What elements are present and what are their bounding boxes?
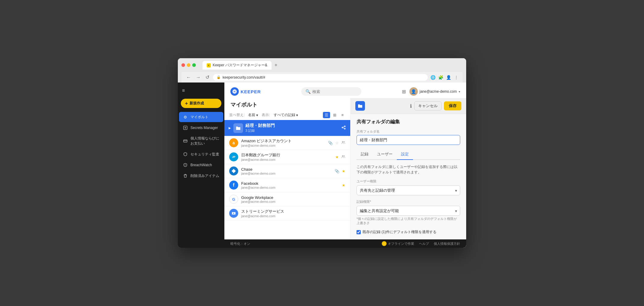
share-users-icon[interactable] (341, 154, 345, 160)
record-favicon (229, 166, 238, 176)
share-users-icon[interactable] (341, 140, 345, 146)
search-input[interactable] (312, 89, 348, 94)
browser-controls: K Keeper パスワードマネージャー& + (181, 61, 463, 70)
app-name: KEEPER (241, 89, 261, 94)
folder-name-input[interactable] (357, 135, 460, 145)
record-email: jane@acme-demo.com (241, 200, 342, 203)
record-list: a Amazon ビジネスアカウント jane@acme-demo.com 📎 … (224, 136, 350, 239)
star-icon[interactable]: ★ (335, 155, 339, 159)
help-link[interactable]: ヘルプ (419, 242, 429, 246)
sort-value[interactable]: 名前 ▾ (248, 112, 258, 118)
sidebar-item-security-audit[interactable]: セキュリティ監査 (179, 149, 223, 159)
user-permission-select[interactable]: 共有先と記録の管理 共有先のみ管理 記録のみ管理 閲覧のみ (357, 185, 460, 195)
vault-toolbar: 並べ替え: 名前 ▾ 表示: すべての記録 ▾ (224, 110, 350, 120)
save-button[interactable]: 保存 (444, 101, 461, 110)
detail-view-button[interactable]: ≡ (339, 112, 345, 118)
star-icon[interactable]: ★ (342, 169, 345, 173)
user-permission-select-wrapper: 共有先と記録の管理 共有先のみ管理 記録のみ管理 閲覧のみ (357, 185, 460, 195)
folder-name-label: 共有フォルダ名 (357, 129, 460, 134)
view-icons: ☰ ⊞ ≡ (323, 112, 345, 118)
offline-button[interactable]: ⚡ オフラインで作業 (382, 241, 414, 246)
tab-settings[interactable]: 設定 (397, 149, 413, 160)
app-footer: 暗号化：オン ⚡ オフラインで作業 ヘルプ 個人情報保護方針 (224, 239, 466, 248)
menu-icon[interactable]: ⋮ (454, 75, 459, 80)
url-text: keepersecurity.com/vault/# (223, 75, 265, 80)
folder-row[interactable]: ▶ 経理・財務部門 3 記録 (224, 120, 350, 136)
main-content: KEEPER 🔍 ⊞ 👤 jane@acme-demo.com ▾ (224, 82, 466, 248)
nav-forward-button[interactable]: → (195, 74, 202, 81)
sidebar-item-secrets-manager[interactable]: Secrets Manager (179, 123, 223, 133)
apply-existing-checkbox[interactable] (357, 230, 361, 234)
svg-line-9 (343, 127, 344, 127)
tab-favicon: K (207, 63, 211, 68)
app-header: KEEPER 🔍 ⊞ 👤 jane@acme-demo.com ▾ (224, 82, 466, 98)
star-icon[interactable]: ★ (342, 183, 345, 188)
sidebar-item-my-vault[interactable]: ⚙ マイボルト (179, 112, 223, 122)
tab-users[interactable]: ユーザー (373, 149, 397, 160)
record-email: jane@acme-demo.com (241, 144, 325, 147)
record-actions: ★ (342, 183, 345, 188)
info-icon[interactable]: ℹ (410, 103, 412, 109)
user-profile-icon[interactable]: 👤 (446, 75, 451, 80)
attachment-icon[interactable]: 📎 (328, 141, 333, 145)
hamburger-icon[interactable]: ≡ (178, 85, 224, 96)
table-row[interactable]: a Amazon ビジネスアカウント jane@acme-demo.com 📎 … (224, 136, 350, 150)
apply-existing-label: 既存の記録 (1)件にデフォルト権限を適用する (363, 230, 436, 235)
url-input[interactable]: 🔒 keepersecurity.com/vault/# (213, 74, 428, 81)
footer-right: ⚡ オフラインで作業 ヘルプ 個人情報保護方針 (382, 241, 460, 246)
user-permission-label: ユーザー権限 (357, 179, 460, 184)
search-bar[interactable]: 🔍 (301, 87, 361, 96)
record-info: Amazon ビジネスアカウント jane@acme-demo.com (241, 138, 325, 147)
record-permission-select[interactable]: 編集と共有設定が可能 編集のみ可能 閲覧のみ可能 (357, 206, 460, 216)
sidebar-item-personal-info[interactable]: 個人情報ならびにお支払い (179, 134, 223, 148)
translate-icon[interactable]: 🌐 (430, 75, 436, 80)
cancel-button[interactable]: キャンセル (414, 101, 442, 110)
table-row[interactable]: G Google Workplace jane@acme-demo.com (224, 192, 350, 206)
record-info: 日本郵政グループ銀行 jane@acme-demo.com (241, 152, 332, 161)
new-tab-button[interactable]: + (272, 61, 280, 70)
sidebar-item-breach-watch[interactable]: BreachWatch (179, 160, 223, 170)
header-right: ⊞ 👤 jane@acme-demo.com ▾ (402, 87, 460, 96)
sidebar-item-deleted[interactable]: 削除済みアイテム (179, 171, 223, 181)
close-button[interactable] (181, 63, 185, 67)
panel-actions: ℹ キャンセル 保存 (410, 101, 461, 110)
svg-point-7 (344, 126, 346, 127)
tab-records[interactable]: 記録 (357, 149, 373, 160)
svg-point-14 (344, 155, 345, 157)
extensions-icon[interactable]: 🧩 (438, 75, 443, 80)
maximize-button[interactable] (192, 63, 196, 67)
record-title: Google Workplace (241, 195, 342, 200)
table-row[interactable]: JP 日本郵政グループ銀行 jane@acme-demo.com ★ (224, 150, 350, 164)
svg-marker-15 (232, 169, 236, 173)
list-view-button[interactable]: ☰ (323, 112, 330, 118)
user-menu[interactable]: 👤 jane@acme-demo.com ▾ (409, 87, 460, 96)
sidebar-item-label: Secrets Manager (190, 126, 218, 130)
star-icon[interactable]: ☆ (335, 141, 339, 145)
folder-share-icon[interactable] (341, 125, 346, 131)
record-actions: 📎 ☆ (328, 140, 345, 146)
record-actions: ★ (335, 154, 345, 160)
privacy-link[interactable]: 個人情報保護方針 (434, 242, 460, 246)
address-bar: ← → ↺ 🔒 keepersecurity.com/vault/# 🌐 🧩 👤… (181, 72, 463, 82)
table-row[interactable]: Chase jane@acme-demo.com 📎 ★ (224, 164, 350, 178)
minimize-button[interactable] (187, 63, 190, 67)
plus-icon: + (185, 101, 188, 106)
folder-icon (233, 123, 243, 133)
filter-icon[interactable]: ⊞ (402, 89, 406, 94)
right-panel: ℹ キャンセル 保存 共有フォルダの編集 共有フォルダ名 記録 (351, 98, 466, 239)
record-permission-footnote: *個々の記録に設定した権限により共有フォルダのデフォルト権限が上書きさ (357, 217, 460, 225)
table-row[interactable]: f Facebook jane@acme-demo.com ★ (224, 178, 350, 192)
new-item-button[interactable]: + 新規作成 (181, 99, 221, 108)
nav-back-button[interactable]: ← (185, 74, 192, 81)
table-row[interactable]: ストリーミングサービス jane@acme-demo.com (224, 206, 350, 220)
record-info: Google Workplace jane@acme-demo.com (241, 195, 342, 203)
svg-point-6 (342, 127, 343, 128)
grid-view-button[interactable]: ⊞ (331, 112, 338, 118)
filter-value[interactable]: すべての記録 ▾ (274, 112, 298, 118)
browser-tab[interactable]: K Keeper パスワードマネージャー& (202, 61, 272, 70)
nav-refresh-button[interactable]: ↺ (204, 74, 211, 81)
record-info: Chase jane@acme-demo.com (241, 167, 332, 175)
record-email: jane@acme-demo.com (241, 214, 342, 218)
attachment-icon[interactable]: 📎 (335, 169, 339, 173)
record-info: Facebook jane@acme-demo.com (241, 181, 339, 189)
